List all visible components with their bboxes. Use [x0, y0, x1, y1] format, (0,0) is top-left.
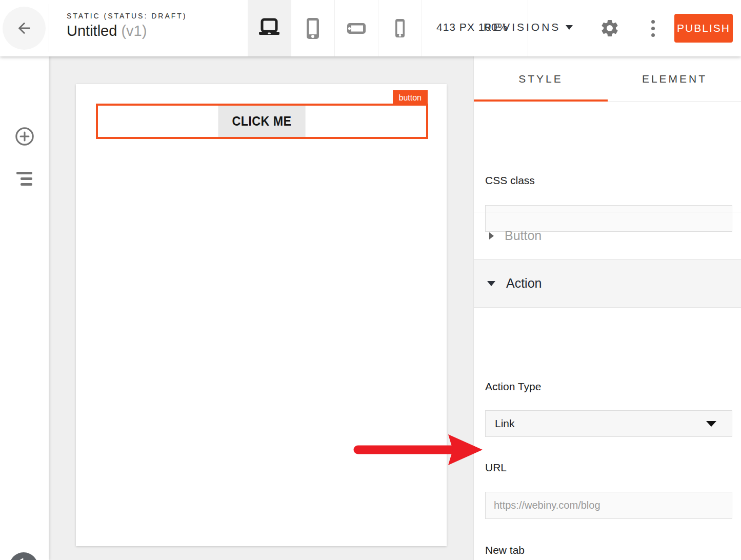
laptop-icon	[257, 16, 282, 41]
url-input[interactable]	[485, 492, 732, 519]
editor-header: STATIC (STATUS: DRAFT) Untitled (v1)	[0, 0, 741, 56]
tablet-landscape-icon	[344, 16, 369, 41]
page-version: (v1)	[121, 23, 147, 39]
title-block: STATIC (STATUS: DRAFT) Untitled (v1)	[67, 12, 187, 39]
arrow-left-icon	[15, 19, 33, 37]
help-button[interactable]	[9, 552, 38, 560]
active-tab-indicator	[474, 99, 608, 102]
accordion-action-section[interactable]: Action	[474, 259, 741, 308]
device-preview-bar	[248, 0, 422, 56]
device-tablet-landscape-button[interactable]	[335, 0, 378, 56]
plus-circle-icon	[14, 126, 35, 147]
action-type-select[interactable]: Link	[485, 410, 732, 437]
style-panel: STYLE ELEMENT CSS class Button Action Ac…	[473, 56, 741, 560]
device-desktop-button[interactable]	[248, 0, 291, 56]
panel-tabs: STYLE ELEMENT	[474, 56, 741, 102]
css-class-label: CSS class	[485, 174, 535, 187]
tab-style[interactable]: STYLE	[474, 56, 608, 102]
click-me-button[interactable]: CLICK ME	[218, 106, 305, 137]
chevron-right-icon	[489, 232, 494, 239]
element-type-badge: button	[393, 90, 428, 106]
back-button[interactable]	[3, 7, 46, 50]
page-status: STATIC (STATUS: DRAFT)	[67, 12, 187, 20]
editor-sidebar	[0, 56, 49, 560]
revisions-dropdown[interactable]: REVISIONS	[484, 21, 573, 33]
accordion-button-section[interactable]: Button	[474, 212, 741, 259]
accordion-button-label: Button	[505, 228, 542, 243]
header-divider	[49, 4, 49, 52]
editor-canvas: button CLICK ME	[49, 56, 473, 560]
mobile-icon	[388, 16, 412, 41]
selected-element-outline[interactable]: button CLICK ME	[96, 104, 428, 139]
add-element-button[interactable]	[0, 121, 49, 152]
publish-button[interactable]: PUBLISH	[674, 14, 733, 43]
action-type-value: Link	[495, 417, 515, 430]
device-tablet-button[interactable]	[291, 0, 335, 56]
kebab-menu-icon	[651, 20, 655, 37]
chevron-down-icon	[706, 421, 716, 427]
settings-button[interactable]	[598, 16, 622, 40]
revisions-label: REVISIONS	[484, 21, 560, 33]
element-tree-icon	[16, 172, 32, 186]
zoom-revisions-area: 413 PX 100% REVISIONS	[422, 0, 528, 56]
url-label: URL	[485, 462, 507, 474]
more-options-button[interactable]	[645, 15, 660, 41]
device-mobile-button[interactable]	[378, 0, 422, 56]
gear-icon	[599, 18, 620, 38]
tablet-portrait-icon	[301, 16, 325, 41]
page-title: Untitled (v1)	[67, 23, 187, 39]
chevron-down-icon	[487, 281, 495, 286]
element-tree-button[interactable]	[0, 163, 49, 194]
tab-element[interactable]: ELEMENT	[608, 56, 741, 102]
new-tab-label: New tab	[485, 544, 525, 556]
accordion-action-label: Action	[506, 276, 542, 291]
page-surface[interactable]: button CLICK ME	[76, 84, 447, 546]
action-type-label: Action Type	[485, 381, 541, 393]
chevron-down-icon	[566, 25, 573, 30]
